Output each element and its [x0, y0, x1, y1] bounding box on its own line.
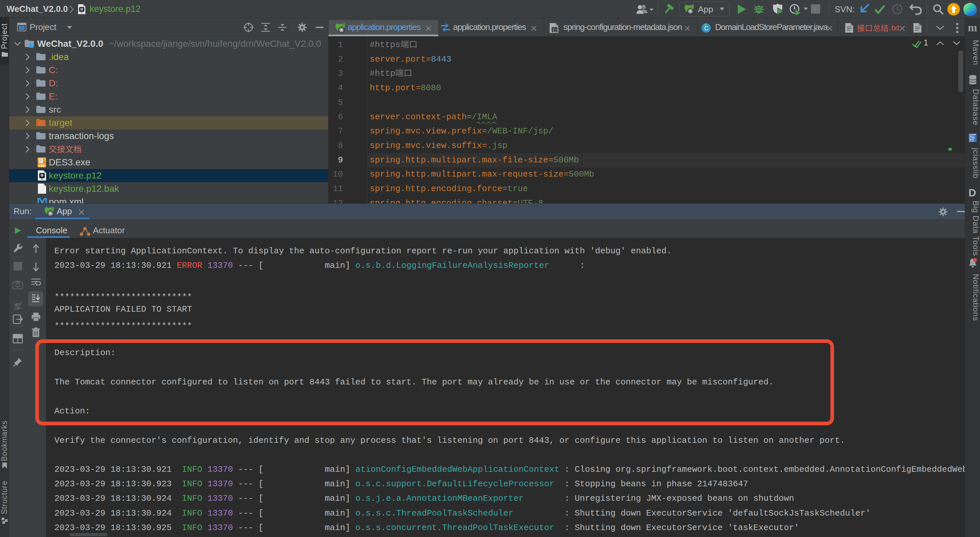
svg-text:.txt: .txt: [889, 24, 900, 32]
svg-text:{;}: {;}: [552, 28, 559, 33]
svg-text:C: C: [704, 25, 708, 32]
svg-text:EXE: EXE: [39, 164, 45, 167]
